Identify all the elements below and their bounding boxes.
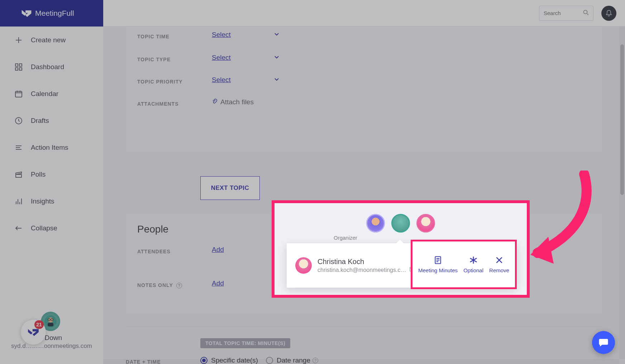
floating-badge[interactable]: 21	[21, 320, 46, 345]
select-link: Select	[212, 54, 231, 62]
topic-priority-select[interactable]: Select	[212, 76, 280, 84]
badge-count: 21	[34, 320, 44, 329]
chevron-down-icon	[274, 31, 280, 38]
bars-icon	[14, 197, 23, 206]
total-topic-time-pill: TOTAL TOPIC TIME: MINUTE(S)	[200, 338, 290, 348]
brand-icon	[22, 9, 32, 17]
horizontal-scrollbar[interactable]	[103, 359, 619, 364]
chat-fab[interactable]	[592, 331, 615, 354]
chat-icon	[598, 337, 609, 348]
close-icon	[494, 255, 504, 265]
tutorial-highlight: Organizer Christina Koch christina.koch@…	[272, 200, 530, 298]
sidebar-item-label: Insights	[31, 197, 54, 205]
avatar-attendee-2[interactable]	[391, 214, 410, 233]
brand-name: MeetingFull	[35, 9, 74, 18]
sidebar-item-collapse[interactable]: Collapse	[0, 215, 103, 241]
sidebar-item-polls[interactable]: Polls	[0, 161, 103, 188]
notes-only-add-link[interactable]: Add	[212, 279, 224, 287]
attachments-label: ATTACHMENTS	[137, 101, 178, 107]
main-content: TOPIC TIME Select TOPIC TYPE Select TOPI…	[103, 27, 625, 364]
clock-icon	[14, 116, 23, 125]
arrow-left-icon	[14, 224, 23, 233]
sidebar-item-insights[interactable]: Insights	[0, 188, 103, 215]
sidebar-item-create-new[interactable]: Create new	[0, 27, 103, 53]
sidebar: Create new Dashboard Calendar Drafts Act…	[0, 27, 103, 364]
topic-time-label: TOPIC TIME	[137, 34, 170, 39]
search-icon	[583, 10, 589, 16]
clapper-icon	[14, 170, 23, 179]
help-icon[interactable]: ?	[176, 283, 182, 288]
next-topic-button[interactable]: NEXT TOPIC	[200, 176, 260, 200]
plus-icon	[14, 36, 23, 44]
sidebar-item-label: Dashboard	[31, 63, 64, 71]
topic-time-select[interactable]: Select	[212, 31, 280, 39]
brand-logo[interactable]: MeetingFull	[0, 0, 103, 27]
search-input[interactable]	[544, 10, 583, 16]
attach-files-link[interactable]: Attach files	[212, 98, 254, 106]
svg-rect-1	[15, 64, 18, 66]
vertical-scrollbar[interactable]	[619, 27, 625, 359]
sidebar-item-label: Action Items	[31, 144, 68, 152]
sidebar-item-dashboard[interactable]: Dashboard	[0, 53, 103, 80]
organizer-label: Organizer	[334, 235, 357, 241]
divider	[126, 327, 602, 327]
action-remove[interactable]: Remove	[489, 255, 509, 274]
chevron-down-icon	[274, 76, 280, 83]
sidebar-item-label: Polls	[31, 171, 46, 178]
sidebar-item-action-items[interactable]: Action Items	[0, 134, 103, 161]
svg-point-0	[584, 10, 587, 14]
chevron-down-icon	[274, 54, 280, 61]
search-box[interactable]	[539, 6, 593, 21]
svg-rect-5	[15, 91, 22, 97]
document-icon	[433, 255, 443, 265]
attendees-add-link[interactable]: Add	[212, 246, 224, 254]
svg-rect-9	[48, 323, 53, 326]
paperclip-icon	[212, 98, 218, 106]
topbar	[103, 0, 625, 27]
sidebar-user: l Down syd.d………oonmeetings.com	[0, 312, 103, 364]
topic-type-label: TOPIC TYPE	[137, 57, 171, 62]
attendees-label: ATTENDEES	[137, 249, 171, 254]
select-link: Select	[212, 31, 231, 39]
topic-card: TOPIC TIME Select TOPIC TYPE Select TOPI…	[126, 27, 602, 152]
avatar-face-icon	[44, 315, 57, 328]
notes-only-label: NOTES ONLY ?	[137, 282, 182, 288]
action-optional[interactable]: Optional	[463, 255, 483, 274]
sidebar-item-label: Create new	[31, 36, 66, 44]
topic-type-select[interactable]: Select	[212, 54, 280, 62]
topic-priority-label: TOPIC PRIORITY	[137, 79, 183, 85]
tooltip-avatar	[295, 257, 312, 274]
sidebar-item-label: Calendar	[31, 90, 58, 98]
asterisk-icon	[468, 255, 478, 265]
notifications-button[interactable]	[601, 6, 616, 21]
attendee-actions: Meeting Minutes Optional Remove	[411, 240, 517, 289]
sidebar-item-label: Drafts	[31, 117, 49, 125]
bell-icon	[605, 10, 612, 17]
svg-rect-2	[19, 64, 22, 66]
grid-icon	[14, 63, 23, 71]
sidebar-item-calendar[interactable]: Calendar	[0, 80, 103, 107]
action-meeting-minutes[interactable]: Meeting Minutes	[418, 255, 458, 274]
people-title: People	[137, 224, 168, 235]
scrollbar-thumb[interactable]	[620, 44, 624, 195]
svg-point-8	[48, 317, 53, 322]
calendar-icon	[14, 90, 23, 98]
sidebar-item-drafts[interactable]: Drafts	[0, 107, 103, 134]
svg-rect-4	[19, 68, 22, 70]
sidebar-item-label: Collapse	[31, 224, 57, 232]
select-link: Select	[212, 76, 231, 84]
user-email: syd.d………oonmeetings.com	[9, 343, 95, 350]
attendee-avatars	[366, 214, 435, 233]
tooltip-arrow	[396, 240, 404, 244]
avatar-attendee-3[interactable]	[416, 214, 435, 233]
list-icon	[14, 143, 23, 152]
avatar-organizer[interactable]	[366, 214, 385, 233]
svg-rect-3	[15, 68, 18, 70]
